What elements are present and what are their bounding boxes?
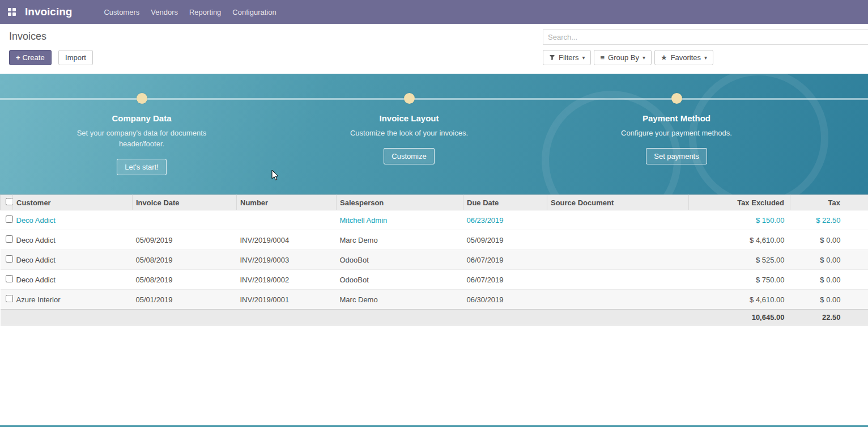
invoice-row[interactable]: Deco Addict 05/09/2019 INV/2019/0004 Mar… [1, 230, 868, 250]
cell-tax: $ 0.00 [790, 270, 868, 290]
create-button[interactable]: +Create [9, 50, 52, 65]
cell-salesperson: Marc Demo [337, 230, 463, 250]
filter-funnel-icon [549, 54, 555, 61]
navbar-menus: Customers Vendors Reporting Configuratio… [104, 8, 276, 16]
top-navbar: Invoicing Customers Vendors Reporting Co… [0, 0, 868, 24]
cell-salesperson: OdooBot [337, 270, 463, 290]
col-source-document[interactable]: Source Document [547, 195, 689, 210]
total-tax-excluded: 10,645.00 [689, 310, 790, 325]
cell-customer: Deco Addict [13, 230, 133, 250]
favorites-dropdown[interactable]: ★ Favorites ▾ [654, 50, 713, 65]
cell-tax-excluded: $ 4,610.00 [689, 230, 790, 250]
invoice-row[interactable]: Deco Addict 05/08/2019 INV/2019/0003 Odo… [1, 250, 868, 270]
col-due-date[interactable]: Due Date [463, 195, 547, 210]
cell-number: INV/2019/0004 [237, 230, 337, 250]
totals-row: 10,645.00 22.50 [1, 310, 868, 325]
search-input[interactable] [543, 29, 868, 45]
cell-number: INV/2019/0003 [237, 250, 337, 270]
cell-due-date: 06/07/2019 [463, 250, 547, 270]
import-button[interactable]: Import [58, 50, 93, 65]
cell-customer: Azure Interior [13, 290, 133, 310]
invoicing-app-screen: Invoicing Customers Vendors Reporting Co… [0, 0, 868, 427]
cell-tax: $ 0.00 [790, 230, 868, 250]
row-select-cell [1, 270, 13, 290]
page-title: Invoices [9, 31, 93, 43]
lets-start-button[interactable]: Let's start! [117, 159, 167, 175]
cell-tax-excluded: $ 525.00 [689, 250, 790, 270]
cell-source-document [547, 250, 689, 270]
cell-salesperson: Marc Demo [337, 290, 463, 310]
menu-configuration[interactable]: Configuration [232, 8, 276, 16]
cell-number: INV/2019/0001 [237, 290, 337, 310]
col-number[interactable]: Number [237, 195, 337, 210]
menu-reporting[interactable]: Reporting [189, 8, 221, 16]
onboarding-steps: Company Data Set your company's data for… [0, 74, 868, 175]
cell-customer: Deco Addict [13, 250, 133, 270]
row-select-cell [1, 230, 13, 250]
onboarding-step-payment-method: Payment Method Configure your payment me… [543, 93, 810, 175]
row-checkbox[interactable] [6, 235, 13, 243]
cell-invoice-date: 05/08/2019 [133, 270, 237, 290]
cell-invoice-date: 05/01/2019 [133, 290, 237, 310]
invoices-table: Customer Invoice Date Number Salesperson… [0, 195, 868, 325]
onboarding-step-company-data: Company Data Set your company's data for… [8, 93, 275, 175]
col-tax-excluded[interactable]: Tax Excluded [689, 195, 790, 210]
step-dot [671, 93, 682, 104]
cell-source-document [547, 230, 689, 250]
cell-due-date: 06/23/2019 [463, 210, 547, 230]
step-title: Invoice Layout [275, 113, 543, 123]
row-checkbox[interactable] [6, 295, 13, 302]
filters-label: Filters [559, 53, 578, 62]
cell-due-date: 05/09/2019 [463, 230, 547, 250]
step-title: Company Data [8, 113, 275, 123]
control-panel: Invoices +Create Import Filters ▾ ≡ Grou… [0, 24, 868, 74]
filters-dropdown[interactable]: Filters ▾ [543, 50, 591, 65]
row-select-cell [1, 290, 13, 310]
cell-invoice-date [133, 210, 237, 230]
invoice-row[interactable]: Deco Addict Mitchell Admin 06/23/2019 $ … [1, 210, 868, 230]
menu-customers[interactable]: Customers [104, 8, 139, 16]
total-tax: 22.50 [790, 310, 868, 325]
row-checkbox[interactable] [6, 215, 13, 223]
cell-source-document [547, 290, 689, 310]
caret-down-icon: ▾ [704, 55, 707, 61]
onboarding-banner: Company Data Set your company's data for… [0, 74, 868, 195]
cell-tax-excluded: $ 750.00 [689, 270, 790, 290]
cell-tax-excluded: $ 4,610.00 [689, 290, 790, 310]
cell-salesperson: OdooBot [337, 250, 463, 270]
col-tax[interactable]: Tax [790, 195, 868, 210]
cell-tax: $ 0.00 [790, 290, 868, 310]
group-by-dropdown[interactable]: ≡ Group By ▾ [594, 50, 652, 65]
step-dot [404, 93, 415, 104]
cell-due-date: 06/30/2019 [463, 290, 547, 310]
row-select-cell [1, 210, 13, 230]
favorites-label: Favorites [671, 53, 701, 62]
invoice-row[interactable]: Deco Addict 05/08/2019 INV/2019/0002 Odo… [1, 270, 868, 290]
step-title: Payment Method [543, 113, 810, 123]
create-button-label: Create [23, 53, 45, 62]
invoice-row[interactable]: Azure Interior 05/01/2019 INV/2019/0001 … [1, 290, 868, 310]
customize-button[interactable]: Customize [384, 148, 434, 164]
control-panel-right: Filters ▾ ≡ Group By ▾ ★ Favorites ▾ [543, 29, 868, 74]
app-name[interactable]: Invoicing [25, 6, 72, 18]
apps-menu-button[interactable] [0, 0, 24, 24]
cell-tax-excluded: $ 150.00 [689, 210, 790, 230]
control-panel-left: Invoices +Create Import [9, 29, 93, 74]
onboarding-step-invoice-layout: Invoice Layout Customize the look of you… [275, 93, 543, 175]
row-checkbox[interactable] [6, 255, 13, 263]
step-description: Configure your payment methods. [611, 128, 742, 139]
cell-invoice-date: 05/09/2019 [133, 230, 237, 250]
select-all-checkbox[interactable] [6, 198, 13, 205]
col-invoice-date[interactable]: Invoice Date [133, 195, 237, 210]
col-salesperson[interactable]: Salesperson [337, 195, 463, 210]
cell-number [237, 210, 337, 230]
cell-due-date: 06/07/2019 [463, 270, 547, 290]
col-customer[interactable]: Customer [13, 195, 133, 210]
table-header-row: Customer Invoice Date Number Salesperson… [1, 195, 868, 210]
cell-customer: Deco Addict [13, 270, 133, 290]
set-payments-button[interactable]: Set payments [646, 148, 707, 164]
row-checkbox[interactable] [6, 275, 13, 282]
menu-vendors[interactable]: Vendors [151, 8, 178, 16]
cell-tax: $ 0.00 [790, 250, 868, 270]
filter-buttons: Filters ▾ ≡ Group By ▾ ★ Favorites ▾ [543, 50, 868, 65]
